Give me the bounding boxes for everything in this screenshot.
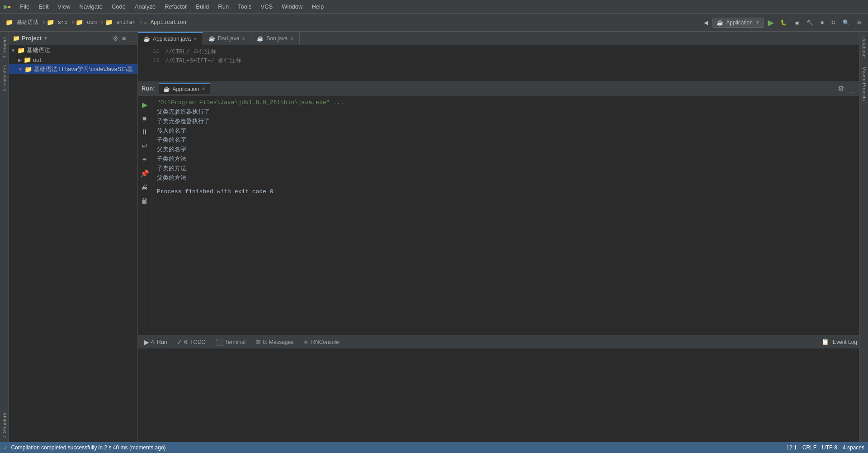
bottom-tab-terminal[interactable]: ⬛ Terminal (211, 337, 250, 347)
main-toolbar: 📁 基础语法 › 📁 src › 📁 com › 📁 shifan › ☕ Ap… (0, 14, 868, 32)
run-output-4: 父类的名字 (157, 145, 854, 155)
line-num-10: 10 (142, 48, 160, 55)
tab-application[interactable]: ☕ Application.java ✕ (138, 32, 203, 45)
breadcrumb-shifan[interactable]: shifan (113, 18, 138, 28)
menu-code[interactable]: Code (108, 2, 129, 11)
son-tab-close[interactable]: ✕ (290, 36, 294, 41)
navigate-back-btn[interactable]: ◀ (701, 18, 711, 28)
status-position: 12:1 (786, 444, 797, 451)
son-tab-icon: ☕ (257, 35, 264, 42)
run-stop-btn[interactable]: ■ (141, 113, 148, 124)
breadcrumb-application[interactable]: Application (148, 18, 189, 28)
project-tools: ⚙ ≡ _ (112, 34, 134, 43)
bottom-tab-messages[interactable]: ✉ 0: Messages (251, 337, 298, 347)
project-gear-btn[interactable]: ≡ (121, 34, 127, 43)
menu-help[interactable]: Help (308, 2, 327, 11)
event-log-label[interactable]: Event Log (833, 339, 857, 345)
menu-refactor[interactable]: Refactor (161, 2, 190, 11)
dad-tab-close[interactable]: ✕ (242, 36, 245, 41)
sidebar-item-maven[interactable]: Maven Projects (859, 62, 868, 105)
breadcrumb-project[interactable]: 基础语法 (14, 17, 41, 28)
run-pin-btn[interactable]: 📌 (139, 168, 151, 179)
com-folder-icon: 📁 (75, 19, 83, 26)
find-button[interactable]: 🔍 (840, 18, 852, 28)
out-folder-icon: 📁 (24, 56, 31, 63)
run-scroll-btn[interactable]: ≡ (141, 154, 148, 165)
bottom-tab-rnconsole[interactable]: ⚛ RNConsole (299, 337, 343, 347)
tab-dad[interactable]: ☕ Dad.java ✕ (203, 32, 251, 45)
debug-button[interactable]: 🐛 (778, 18, 790, 28)
sidebar-item-database[interactable]: Database (859, 32, 868, 62)
run-panel-settings-btn[interactable]: ⚙ (836, 83, 846, 94)
menu-analyze[interactable]: Analyze (131, 2, 159, 11)
settings-button[interactable]: ⚙ (854, 18, 864, 28)
menu-navigate[interactable]: Navigate (76, 2, 106, 11)
run-tab-close[interactable]: ✕ (202, 86, 205, 91)
run-output: "D:\Program Files\Java\jdk1.8.0_261\bin\… (151, 95, 859, 335)
menu-run[interactable]: Run (214, 2, 232, 11)
project-settings-btn[interactable]: ⚙ (112, 34, 119, 43)
breadcrumb-src[interactable]: src (55, 18, 71, 28)
bottom-tab-todo[interactable]: ✓ 6: TODO (172, 337, 210, 347)
menu-tools[interactable]: Tools (234, 2, 255, 11)
status-right: 12:1 CRLF UTF-8 4 spaces (786, 444, 864, 451)
menu-view[interactable]: View (54, 2, 74, 11)
project-title: 📁 Project ▼ (13, 35, 48, 42)
status-check-icon: ✓ (4, 444, 7, 452)
run-button[interactable]: ▶ (766, 17, 776, 29)
tab-son[interactable]: ☕ Son.java ✕ (251, 32, 300, 45)
menu-window[interactable]: Window (278, 2, 306, 11)
sync-button[interactable]: ↻ (828, 18, 838, 28)
rnconsole-tab-label: RNConsole (311, 339, 339, 345)
app-tab-icon: ☕ (143, 36, 150, 42)
coverage-button[interactable]: ▣ (792, 18, 802, 28)
rnconsole-icon: ⚛ (303, 339, 309, 346)
stop-button[interactable]: ■ (818, 18, 826, 28)
sidebar-item-favorites[interactable]: 2: Favorites (1, 62, 8, 95)
run-cmd-line: "D:\Program Files\Java\jdk1.8.0_261\bin\… (157, 99, 854, 106)
status-line-ending[interactable]: CRLF (802, 444, 816, 451)
run-wrap-btn[interactable]: ↩ (140, 140, 149, 152)
build-button[interactable]: 🔨 (804, 18, 816, 28)
root-folder-icon: 📁 (17, 47, 25, 54)
menu-file[interactable]: File (16, 2, 33, 11)
run-configuration[interactable]: ☕ Application ▼ (712, 18, 764, 28)
sidebar-item-structure[interactable]: 7: Structure (1, 409, 8, 442)
menu-vcs[interactable]: VCS (257, 2, 276, 11)
run-output-5: 子类的方法 (157, 155, 854, 164)
tree-root[interactable]: ▼ 📁 基础语法 (9, 45, 137, 55)
run-output-0: 父类无参造器执行了 (157, 108, 854, 117)
bottom-tab-run[interactable]: ▶ 4: Run (140, 337, 171, 347)
tree-out[interactable]: ▶ 📁 out (9, 55, 137, 64)
app-logo: ▶● (4, 4, 11, 10)
run-output-2: 传入的名字 (157, 127, 854, 136)
run-play-btn[interactable]: ▶ (141, 99, 149, 110)
run-tab-application[interactable]: ☕ Application ✕ (159, 83, 210, 94)
dad-tab-label: Dad.java (218, 35, 239, 42)
status-encoding[interactable]: UTF-8 (822, 444, 837, 451)
project-minimize-btn[interactable]: _ (128, 34, 134, 43)
run-exit-line: Process finished with exit code 0 (157, 188, 854, 195)
messages-icon: ✉ (255, 339, 261, 346)
root-label: 基础语法 (27, 46, 50, 54)
code-editor[interactable]: 10 //CTRL/ 单行注释 16 //CTRL+SHIFT+/ 多行注释 (138, 45, 859, 81)
breadcrumb-com[interactable]: com (84, 18, 99, 28)
terminal-tab-label: Terminal (225, 339, 245, 345)
menu-edit[interactable]: Edit (35, 2, 52, 11)
run-pause-btn[interactable]: ⏸ (140, 127, 150, 138)
app-icon: ☕ (144, 19, 147, 26)
run-clear-btn[interactable]: 🗑 (140, 196, 150, 206)
src-folder-icon: 📁 (47, 19, 54, 26)
menu-build[interactable]: Build (192, 2, 212, 11)
run-panel: Run: ☕ Application ✕ ⚙ _ ▶ ■ ⏸ ↩ (138, 81, 859, 335)
code-content-16: //CTRL+SHIFT+/ 多行注释 (165, 57, 241, 65)
project-chevron: ▼ (43, 36, 48, 41)
app-tab-close[interactable]: ✕ (193, 37, 197, 42)
tree-src[interactable]: ▼ 📁 基础语法 H:\java学习\code\JavaSE\基 (9, 64, 137, 74)
sidebar-item-project[interactable]: 1: Project (1, 33, 8, 62)
run-print-btn[interactable]: 🖨 (140, 182, 150, 193)
status-indent: 4 spaces (843, 444, 864, 451)
run-tab-icon: ☕ (163, 86, 170, 92)
run-panel-minimize-btn[interactable]: _ (848, 83, 855, 94)
project-header: 📁 Project ▼ ⚙ ≡ _ (9, 32, 137, 45)
